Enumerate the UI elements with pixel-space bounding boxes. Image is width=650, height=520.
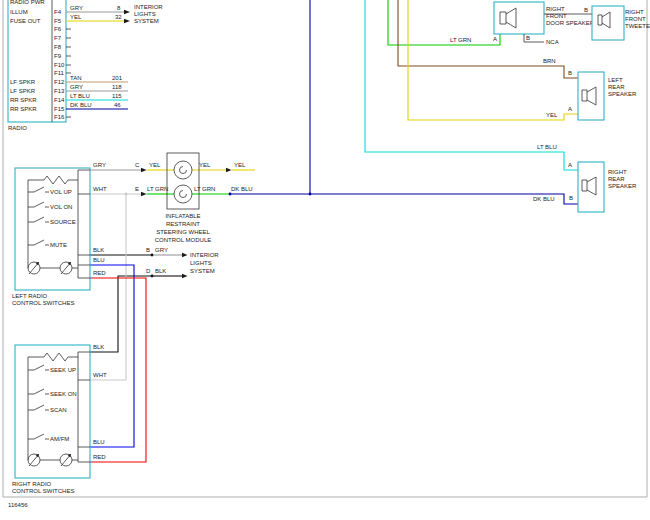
splice-dot	[229, 193, 232, 196]
wire-color-label: TAN	[70, 75, 82, 81]
pin-letter-label: E	[135, 186, 139, 192]
pin-letter-label: A	[568, 162, 572, 168]
wire-color-label: DK BLU	[70, 102, 92, 108]
junction-dot	[151, 254, 154, 257]
radio-row-name: LF SPKR	[10, 88, 36, 94]
wire-color-label: RED	[93, 270, 106, 276]
radio-label: RADIO	[8, 125, 27, 131]
system-ref-text: INTERIOR	[134, 4, 163, 10]
arrow-icon	[182, 274, 188, 278]
wire-color-label: BRN	[543, 58, 556, 64]
switch-label: SOURCE	[50, 219, 76, 225]
component-label: RIGHT	[608, 169, 627, 175]
wire-color-label: GRY	[155, 247, 168, 253]
component-label: CONTROL SWITCHES	[12, 300, 74, 306]
switch-label: VOL UP	[50, 189, 72, 195]
arrow-icon	[182, 253, 188, 257]
wire-color-label: LT GRN	[194, 186, 215, 192]
steering-wheel-control-module: GRY C YEL YEL YEL WHT E LT GRN LT GRN DK…	[90, 153, 255, 243]
wire-blu-chain	[90, 265, 134, 447]
radio-pin-label: F10	[54, 62, 65, 68]
system-ref-text: SYSTEM	[134, 18, 159, 24]
component-label: DOOR SPEAKER	[546, 20, 595, 26]
junction-dot	[151, 275, 154, 278]
wire-color-label: YEL	[199, 162, 211, 168]
radio-row-name: RADIO PWR	[10, 0, 45, 5]
radio-row-name: RR SPKR	[10, 97, 37, 103]
interior-lights-breakout: B GRY D BLK INTERIOR LIGHTS SYSTEM	[90, 247, 219, 352]
circuit-number-label: 201	[112, 75, 123, 81]
left-rear-speaker: BRN B YEL A LEFT REAR SPEAKER	[543, 58, 637, 120]
wire-blk-d-chain	[90, 276, 152, 352]
nca-label: NCA	[546, 39, 559, 45]
wiring-diagram: 116456 RADIO RADIO PWR ILLUM FUSE OUT LF…	[0, 0, 650, 520]
switch-label: SCAN	[50, 407, 67, 413]
module-label: CONTROL MODULE	[155, 237, 211, 243]
radio-pin-label: F4	[54, 9, 62, 15]
radio-pin-label: F13	[54, 88, 65, 94]
component-label: SPEAKER	[608, 183, 637, 189]
pin-letter-label: B	[569, 195, 573, 201]
switch-label: AM/FM	[50, 436, 69, 442]
circuit-number-label: 32	[115, 14, 122, 20]
radio-pin-label: F6	[54, 26, 62, 32]
right-radio-control-switches: SEEK UP SEEK ON SCAN AM/FM BLK WHT BLU R…	[12, 344, 107, 494]
wire-color-label: DK BLU	[231, 186, 253, 192]
component-label: CONTROL SWITCHES	[12, 488, 74, 494]
radio-pin-label: F12	[54, 79, 65, 85]
coil-icon	[174, 185, 192, 203]
arrow-icon	[124, 10, 130, 15]
page-frame: 116456	[3, 0, 647, 508]
module-label: INFLATABLE	[165, 213, 200, 219]
arrow-icon	[226, 168, 232, 172]
wire-color-label: YEL	[149, 162, 161, 168]
left-switches-box	[15, 168, 90, 290]
door-speaker-box	[494, 2, 544, 34]
right-front-door-speaker: LT GRN A B NCA RIGHT FRONT DOOR SPEAKER	[450, 2, 595, 45]
tweeter-box	[592, 6, 624, 40]
wire-color-label: LT GRN	[147, 186, 168, 192]
radio-pin-label: F5	[54, 18, 62, 24]
radio-pin-label: F9	[54, 53, 62, 59]
pin-letter-label: B	[568, 70, 572, 76]
doc-number: 116456	[8, 502, 28, 508]
pin-letter-label: D	[146, 268, 151, 274]
pin-letter-label: B	[584, 7, 588, 13]
component-label: RIGHT	[546, 6, 565, 12]
wire-color-label: WHT	[93, 186, 107, 192]
wire-color-label: DK BLU	[533, 196, 555, 202]
right-rear-speaker: LT BLU A DK BLU B RIGHT REAR SPEAKER	[533, 144, 637, 212]
switch-label: SEEK UP	[50, 367, 76, 373]
radio-pin-label: F7	[54, 35, 62, 41]
component-label: TWEETER	[625, 23, 650, 29]
component-label: REAR	[608, 176, 625, 182]
circuit-number-label: 46	[114, 102, 121, 108]
switch-label: SEEK ON	[50, 391, 77, 397]
radio-pin-label: F15	[54, 106, 65, 112]
radio-row-name: LF SPKR	[10, 79, 36, 85]
component-label: LEFT RADIO	[12, 293, 48, 299]
wire-color-label: LT BLU	[70, 93, 90, 99]
system-ref-text: LIGHTS	[134, 11, 156, 17]
circuit-number-label: 118	[112, 84, 122, 90]
radio-pin-label: F8	[54, 44, 62, 50]
component-label: SPEAKER	[608, 91, 637, 97]
interior-lights-system-ref-top: INTERIOR LIGHTS SYSTEM	[134, 4, 163, 24]
pin-letter-label: B	[526, 35, 530, 41]
system-ref-text: INTERIOR	[190, 252, 219, 258]
pin-letter-label: C	[135, 162, 140, 168]
radio-row-name: RR SPKR	[10, 106, 37, 112]
component-label: REAR	[608, 84, 625, 90]
wire-color-label: WHT	[93, 372, 107, 378]
arrow-icon	[124, 19, 130, 24]
switch-label: VOL ON	[50, 204, 72, 210]
wire-dk-blu-main	[230, 194, 578, 204]
wire-color-label: BLU	[93, 257, 105, 263]
junction-dot-wht	[125, 193, 128, 196]
radio-row-name: FUSE OUT	[10, 18, 41, 24]
wire-color-label: YEL	[234, 162, 246, 168]
switch-label: MUTE	[50, 242, 67, 248]
wire-color-label: YEL	[546, 112, 558, 118]
radio-row-name: ILLUM	[10, 9, 28, 15]
wire-color-label: GRY	[70, 84, 83, 90]
